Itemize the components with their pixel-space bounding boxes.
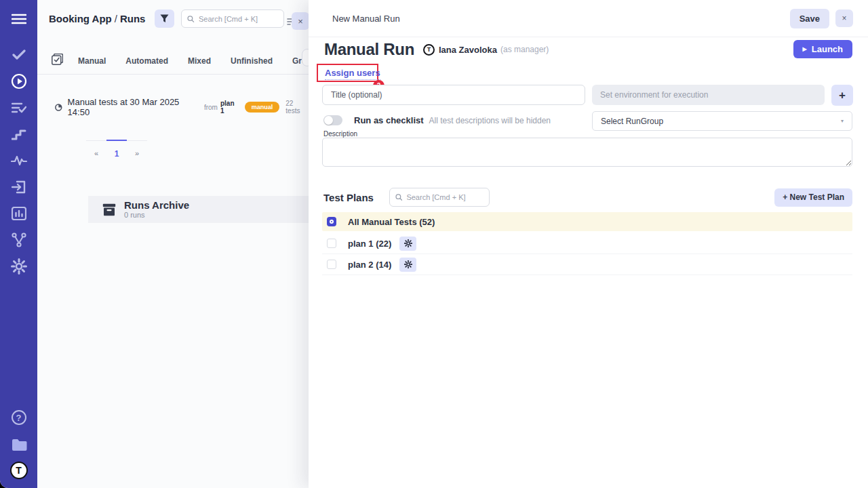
- app-window: ? T Booking App/Runs ×: [0, 0, 868, 488]
- plan-label[interactable]: plan 1 (22): [348, 239, 391, 249]
- run-title-input[interactable]: [322, 85, 585, 105]
- run-test-count: 22 tests: [285, 100, 309, 115]
- run-type-badge: manual: [245, 102, 280, 113]
- plan-label[interactable]: All Manual Tests (52): [348, 217, 435, 227]
- filter-button[interactable]: [155, 9, 174, 28]
- breadcrumb-separator: /: [115, 13, 117, 24]
- projects-folder-icon[interactable]: [9, 434, 28, 453]
- page-title: Manual Run: [324, 40, 414, 59]
- gear-icon: [404, 239, 412, 247]
- logo-glyph: T: [16, 465, 22, 476]
- checkbox-mark: [330, 220, 334, 224]
- settings-gear-icon[interactable]: [9, 257, 28, 276]
- plans-list-check-icon[interactable]: [9, 98, 28, 117]
- manager-role: (as manager): [500, 45, 549, 54]
- panel-header: Booking App/Runs: [49, 9, 284, 28]
- menu-icon[interactable]: [9, 9, 28, 28]
- test-plans-heading: Test Plans: [323, 192, 374, 203]
- runs-tabs: Manual Automated Mixed Unfinished Groups: [37, 47, 309, 75]
- tab-unfinished[interactable]: Unfinished: [231, 56, 273, 66]
- run-plan-link[interactable]: plan 1: [220, 100, 239, 115]
- tab-manual[interactable]: Manual: [78, 56, 106, 66]
- archive-box-icon: [102, 203, 116, 216]
- breadcrumb-project[interactable]: Booking App: [49, 13, 112, 24]
- help-icon[interactable]: ?: [9, 408, 28, 427]
- plan-row-plan-2[interactable]: plan 2 (14): [322, 254, 852, 275]
- reports-chart-icon[interactable]: [9, 204, 28, 223]
- pagination-page-1[interactable]: 1: [106, 140, 127, 159]
- rungroup-select[interactable]: Select RunGroup ▾: [592, 111, 852, 131]
- gear-icon: [404, 260, 412, 268]
- runs-search-input[interactable]: [199, 15, 278, 23]
- add-environment-button[interactable]: +: [831, 85, 853, 106]
- pulse-activity-icon[interactable]: [9, 151, 28, 170]
- plan-row-plan-1[interactable]: plan 1 (22): [322, 233, 852, 254]
- assign-users-link[interactable]: Assign users: [325, 68, 380, 80]
- plan-label[interactable]: plan 2 (14): [348, 260, 391, 270]
- app-logo[interactable]: T: [9, 461, 28, 480]
- search-icon: [395, 193, 402, 201]
- description-label: Description: [323, 130, 357, 138]
- manager-avatar: T: [423, 44, 435, 56]
- modal-title: New Manual Run: [332, 14, 400, 24]
- runs-panel: Booking App/Runs × Manual Automated Mixe…: [37, 0, 309, 488]
- toggle-knob: [324, 116, 333, 125]
- branches-fork-icon[interactable]: [9, 230, 28, 249]
- plan-2-settings-button[interactable]: [399, 258, 416, 272]
- manager-name: Iana Zavoloka: [439, 45, 497, 55]
- new-test-plan-button[interactable]: + New Test Plan: [774, 188, 852, 207]
- launch-label: Launch: [812, 44, 843, 54]
- import-signin-icon[interactable]: [9, 178, 28, 197]
- run-list-item[interactable]: Manual tests at 30 Mar 2025 14:50 from p…: [55, 97, 309, 117]
- save-button[interactable]: Save: [790, 9, 829, 28]
- run-type-icon: [55, 104, 62, 111]
- test-plan-list: All Manual Tests (52) plan 1 (22) plan 2…: [322, 212, 852, 275]
- checklist-hint: All test descriptions will be hidden: [429, 116, 551, 125]
- breadcrumb-section[interactable]: Runs: [120, 13, 146, 24]
- close-icon: ×: [842, 14, 846, 23]
- test-plans-search-input[interactable]: [406, 193, 484, 201]
- run-from-label: from: [204, 104, 218, 111]
- runs-archive-item[interactable]: Runs Archive 0 runs: [88, 196, 309, 223]
- avatar-glyph: T: [427, 46, 431, 53]
- runs-play-icon[interactable]: [9, 72, 28, 91]
- plan-row-all-manual[interactable]: All Manual Tests (52): [322, 212, 852, 231]
- description-textarea[interactable]: [322, 138, 852, 167]
- tab-automated[interactable]: Automated: [125, 56, 168, 66]
- tab-mixed[interactable]: Mixed: [188, 56, 211, 66]
- plus-icon: +: [839, 89, 846, 102]
- run-heading-row: Manual Run T Iana Zavoloka (as manager): [324, 40, 549, 59]
- play-icon: ▶: [803, 46, 807, 52]
- nav-sidebar: ? T: [0, 0, 37, 488]
- archive-count: 0 runs: [124, 211, 189, 219]
- rungroup-value: Select RunGroup: [601, 117, 663, 126]
- search-icon: [187, 15, 195, 23]
- pagination-next[interactable]: »: [127, 140, 147, 159]
- pagination-prev[interactable]: «: [86, 140, 106, 159]
- breadcrumb: Booking App/Runs: [49, 13, 145, 24]
- modal-close-button[interactable]: ×: [835, 9, 853, 27]
- help-glyph: ?: [16, 413, 22, 423]
- run-title[interactable]: Manual tests at 30 Mar 2025 14:50: [68, 97, 199, 117]
- milestones-steps-icon[interactable]: [9, 125, 28, 144]
- run-as-checklist-toggle[interactable]: [323, 115, 342, 125]
- runs-search[interactable]: [181, 9, 284, 28]
- tests-check-icon[interactable]: [9, 45, 28, 64]
- test-plans-header: Test Plans + New Test Plan: [323, 188, 852, 207]
- select-runs-icon[interactable]: [52, 54, 63, 68]
- plan-1-settings-button[interactable]: [399, 237, 416, 251]
- pagination: « 1 »: [86, 140, 147, 159]
- modal-header-actions: Save ×: [790, 9, 853, 28]
- environment-input[interactable]: [592, 85, 825, 105]
- checkbox-all-manual[interactable]: [327, 217, 336, 226]
- test-plans-search[interactable]: [389, 188, 490, 207]
- funnel-icon: [160, 14, 169, 23]
- checkbox-plan-2[interactable]: [327, 260, 336, 269]
- checklist-label: Run as checklist: [354, 115, 424, 125]
- panel-close-button[interactable]: ×: [292, 12, 309, 30]
- close-icon: ×: [298, 16, 303, 26]
- checkbox-plan-1[interactable]: [327, 239, 336, 248]
- launch-button[interactable]: ▶ Launch: [793, 40, 852, 58]
- chevron-down-icon: ▾: [841, 118, 844, 124]
- modal-header: New Manual Run Save ×: [309, 0, 868, 37]
